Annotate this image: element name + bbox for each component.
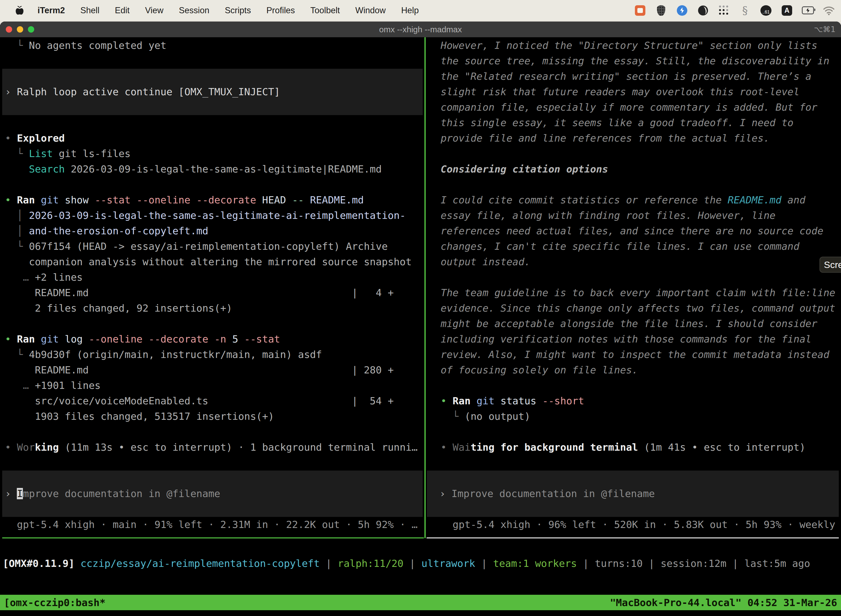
menu-item-toolbelt[interactable]: Toolbelt	[311, 6, 340, 15]
text-segment: the source tree, missing the essay. Stil…	[441, 55, 829, 66]
tmux-host-clock-label: "MacBook-Pro-44.local" 04:52 31-Mar-26	[610, 597, 837, 608]
terminal-line: Considering citation options	[426, 161, 841, 177]
right-terminal-pane[interactable]: However, I noticed the "Directory Struct…	[426, 37, 841, 532]
terminal-line	[0, 424, 424, 440]
text-segment: +2 lines	[29, 271, 83, 283]
text-segment: team:1 workers	[493, 558, 577, 569]
text-segment: •	[5, 132, 17, 144]
shield-grid-icon[interactable]	[655, 4, 667, 16]
menu-item-shell[interactable]: Shell	[80, 6, 99, 15]
terminal-line	[426, 424, 841, 440]
left-terminal-pane[interactable]: └ No agents completed yet› Ralph loop ac…	[0, 37, 424, 532]
text-segment: …	[5, 380, 29, 391]
text-segment: •	[5, 441, 17, 453]
menu-item-session[interactable]: Session	[179, 6, 209, 15]
text-segment: review. Also, I might want to inspect th…	[441, 349, 829, 360]
window-title-bar[interactable]: omx --xhigh --madmax ⌥⌘1	[0, 22, 841, 37]
ralph-loop-box[interactable]: › Ralph loop active continue [OMX_TMUX_I…	[2, 69, 423, 115]
text-segment: ralph:11/20	[338, 558, 403, 569]
menu-item-scripts[interactable]: Scripts	[225, 6, 251, 15]
text-segment: companion analysis without altering the …	[5, 256, 412, 267]
text-segment: status	[501, 395, 542, 406]
terminal-line: gpt-5.4 xhigh · 96% left · 520K in · 5.8…	[426, 517, 841, 532]
terminal-line	[0, 177, 424, 192]
terminal-line	[426, 378, 841, 393]
prompt-input-box[interactable]: › Improve documentation in @filename	[427, 471, 839, 517]
text-segment	[5, 163, 29, 175]
menu-item-window[interactable]: Window	[355, 6, 386, 15]
menu-item-profiles[interactable]: Profiles	[266, 6, 294, 15]
text-segment: ultrawork	[421, 558, 475, 569]
a-key-icon[interactable]: A	[781, 4, 793, 16]
text-segment: |	[643, 558, 661, 569]
squiggle-icon[interactable]: §	[739, 4, 751, 16]
terminal-line: of focusing solely on file lines.	[426, 362, 841, 378]
terminal-line: └ 067f154 (HEAD -> essay/ai-reimplementa…	[0, 239, 424, 254]
tmux-session-label: [omx-cczip0:bash*	[4, 597, 105, 608]
text-segment: git	[41, 194, 65, 205]
terminal-line: this single essay, it seems like a good …	[426, 115, 841, 131]
menu-item-edit[interactable]: Edit	[115, 6, 129, 15]
omx-status-line: [OMX#0.11.9] cczip/essay/ai-reimplementa…	[0, 556, 810, 571]
menu-item-help[interactable]: Help	[401, 6, 419, 15]
menu-item-iterm2[interactable]: iTerm2	[38, 6, 65, 15]
text-segment: Ralph loop active continue [OMX_TMUX_INJ…	[17, 86, 280, 97]
window-title: omx --xhigh --madmax	[0, 25, 841, 34]
dots-grid-icon[interactable]	[718, 4, 730, 16]
text-segment: this single essay, it seems like a good …	[441, 117, 794, 128]
terminal-line: • Ran git status --short	[426, 393, 841, 409]
text-segment: 1903 files changed, 513517 insertions(+)	[5, 411, 274, 422]
zigzag-badge-icon[interactable]	[676, 4, 688, 16]
right-pane-bottom-border	[426, 537, 839, 538]
screen-share-overlay-button[interactable]: Scre	[819, 257, 841, 273]
wifi-icon[interactable]	[823, 4, 835, 16]
text-segment: └	[5, 40, 29, 51]
text-segment: ›	[440, 488, 451, 499]
tmux-status-bar: [omx-cczip0:bash* "MacBook-Pro-44.local"…	[0, 595, 841, 610]
text-segment: Explored	[17, 132, 64, 144]
terminal-line: slight risk that future readers may over…	[426, 84, 841, 100]
terminal-line: └ (no output)	[426, 409, 841, 424]
text-segment: •	[441, 395, 453, 406]
screen-share-overlay-label: Scre	[824, 260, 841, 270]
text-segment: (no output)	[464, 411, 530, 422]
terminal-line: companion file, especially if more comme…	[426, 100, 841, 115]
terminal-line: provide file and line references from th…	[426, 131, 841, 146]
terminal-line	[426, 455, 841, 471]
badge-61-icon[interactable]: ..61	[760, 4, 772, 16]
text-segment: session:12m	[661, 558, 726, 569]
terminal-line	[426, 146, 841, 161]
battery-icon[interactable]	[802, 4, 814, 16]
text-segment: 5	[232, 333, 244, 345]
apple-menu-icon[interactable]	[15, 6, 24, 15]
text-segment: show	[65, 194, 95, 205]
text-segment: ›	[5, 488, 17, 499]
pie-icon[interactable]	[697, 4, 709, 16]
menu-item-view[interactable]: View	[145, 6, 164, 15]
text-segment: HEAD	[262, 194, 292, 205]
messages-icon[interactable]	[634, 4, 646, 16]
text-segment: README.md | 280 +	[5, 364, 394, 375]
text-segment: including verification notes with those …	[441, 333, 812, 345]
text-segment: (1m 41s • esc to interrupt)	[638, 441, 806, 453]
terminal-line: └ No agents completed yet	[0, 38, 424, 53]
text-segment: 2026-03-09-is-legal-the-same-as-legitima…	[65, 163, 382, 175]
terminal-line: gpt-5.4 xhigh · main · 91% left · 2.31M …	[0, 517, 424, 532]
text-segment: and	[781, 194, 806, 205]
terminal-line: • Ran git log --oneline --decorate -n 5 …	[0, 331, 424, 347]
prompt-input-box[interactable]: › Improve documentation in @filename	[2, 471, 423, 517]
text-segment: gpt-5.4 xhigh · 96% left · 520K in · 5.8…	[441, 519, 841, 530]
text-segment: --short	[542, 395, 584, 406]
text-cursor: I	[17, 488, 23, 499]
text-segment: and-the-erosion-of-copyleft.md	[29, 225, 208, 236]
text-segment: └	[5, 349, 29, 360]
terminal-line: The team guideline is to back every impo…	[426, 285, 841, 301]
text-segment: gpt-5.4 xhigh · main · 91% left · 2.31M …	[5, 519, 418, 530]
text-segment: |	[403, 558, 421, 569]
text-segment: king	[35, 441, 59, 453]
text-segment: ›	[5, 86, 17, 97]
text-segment: output instead.	[441, 256, 530, 267]
text-segment: └	[441, 411, 464, 422]
terminal-line	[426, 270, 841, 285]
terminal-line	[0, 53, 424, 69]
